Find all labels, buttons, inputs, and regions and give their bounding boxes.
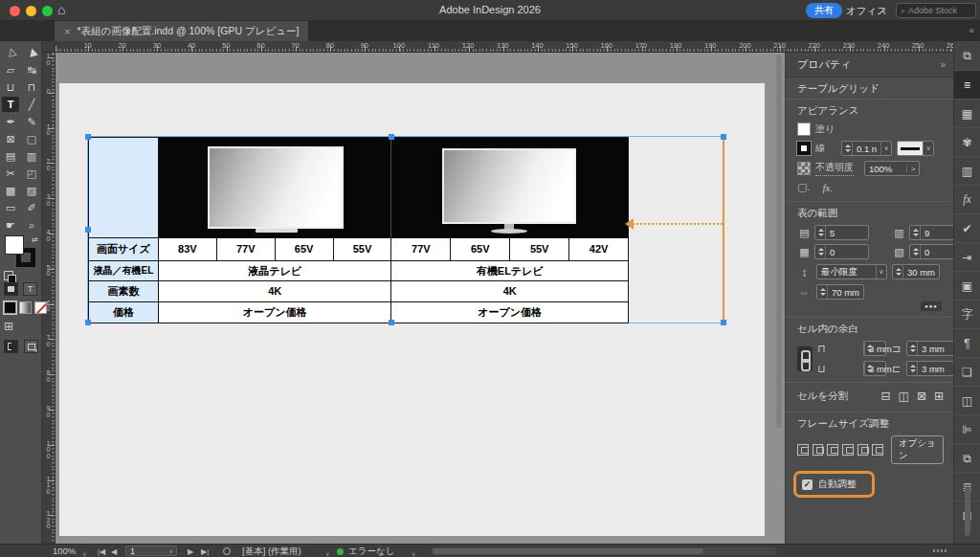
row-header-cell[interactable]: 液晶／有機EL: [89, 261, 159, 281]
pen-tool[interactable]: ✒: [2, 114, 19, 129]
column-width-value[interactable]: 70 mm: [828, 287, 863, 298]
duplicate-panel-icon[interactable]: ⧉: [954, 443, 980, 472]
collapse-dock-icon[interactable]: «: [969, 25, 974, 35]
horizontal-grid-tool[interactable]: ▤: [2, 148, 19, 164]
chevron-down-icon[interactable]: ∨: [169, 547, 176, 554]
gradient-feather-tool[interactable]: ▨: [23, 183, 40, 198]
fill-swatch[interactable]: [5, 235, 24, 255]
zoom-tool[interactable]: ⌕: [23, 217, 40, 233]
stepper-icon[interactable]: [864, 362, 865, 375]
stepper-icon[interactable]: [864, 342, 865, 355]
stepper-icon[interactable]: [815, 245, 826, 258]
table-cell[interactable]: オープン価格: [391, 302, 629, 323]
table-cell-image-lcd[interactable]: [159, 138, 392, 238]
swap-fill-stroke-icon[interactable]: ⇄: [32, 235, 38, 244]
align-panel-icon[interactable]: ⊫: [954, 414, 980, 443]
previous-page-button[interactable]: ◀: [111, 546, 117, 557]
right-inset-field[interactable]: 3 mm: [906, 341, 956, 356]
fitting-options-button[interactable]: オプション: [891, 435, 944, 464]
cell-view-icon[interactable]: ⊞: [4, 320, 13, 333]
close-tab-icon[interactable]: ×: [64, 26, 70, 37]
autofit-checkbox[interactable]: ✓: [802, 479, 813, 490]
row-height-field[interactable]: 30 mm: [892, 264, 940, 279]
preflight-panel-icon[interactable]: ✔: [954, 213, 980, 242]
selection-handle[interactable]: [85, 134, 91, 140]
rows-count-value[interactable]: 5: [826, 228, 838, 238]
selection-handle[interactable]: [721, 320, 726, 325]
vertical-grid-tool[interactable]: ▥: [23, 148, 40, 164]
link-insets-icon[interactable]: [797, 346, 813, 371]
selection-handle[interactable]: [389, 134, 394, 140]
next-page-button[interactable]: ▶: [188, 546, 193, 557]
center-content-icon[interactable]: [858, 444, 869, 456]
opacity-label[interactable]: 不透明度: [815, 161, 854, 176]
hand-tool[interactable]: ☛: [2, 217, 19, 233]
panel-collapse-icon[interactable]: »: [940, 59, 946, 70]
dock-scrollbar-thumb[interactable]: [965, 486, 970, 536]
stroke-weight-field[interactable]: 0.1 n ∨: [841, 141, 892, 156]
corner-options-icon[interactable]: ▢.: [797, 181, 810, 193]
apply-color-button[interactable]: [4, 301, 16, 314]
preflight-profile[interactable]: [基本] (作業用): [242, 546, 301, 557]
formatting-affects-text-button[interactable]: T: [23, 282, 37, 296]
content-collector-tool[interactable]: ⊔: [2, 79, 19, 95]
column-width-field[interactable]: 70 mm: [816, 284, 864, 300]
table-cell[interactable]: 77V: [217, 238, 276, 261]
document-tab[interactable]: × *表組の画像配置.indd @ 100% [GPU プレビュー]: [55, 21, 308, 41]
table-cell[interactable]: 65V: [276, 238, 334, 261]
last-page-button[interactable]: ▶|: [201, 546, 209, 557]
fit-frame-to-content-icon[interactable]: [813, 444, 824, 456]
eyedropper-tool[interactable]: ✐: [23, 200, 40, 215]
split-column-icon[interactable]: ◫: [899, 390, 909, 403]
fit-content-proportionally-icon[interactable]: [827, 444, 838, 456]
right-inset-value[interactable]: 3 mm: [918, 344, 948, 354]
table-cell[interactable]: 42V: [569, 238, 629, 261]
error-status[interactable]: エラーなし: [348, 546, 394, 557]
fill-color-swatch[interactable]: [797, 123, 811, 136]
stroke-color-swatch[interactable]: [797, 142, 811, 155]
pencil-tool[interactable]: ✎: [23, 114, 40, 129]
fill-frame-proportionally-icon[interactable]: [842, 444, 854, 456]
panel-resize-grip[interactable]: [933, 549, 947, 552]
stepper-icon[interactable]: [893, 265, 903, 278]
left-inset-field[interactable]: 3 mm: [906, 361, 956, 376]
horizontal-ruler[interactable]: 1020304050607080901001101201301401501601…: [56, 41, 953, 53]
scissors-tool[interactable]: ✂: [2, 166, 19, 181]
rows-count-field[interactable]: 5: [814, 225, 869, 240]
effects-icon[interactable]: fx.: [822, 182, 833, 193]
gap-tool[interactable]: ↹: [23, 62, 40, 78]
canvas-vertical-scrollbar[interactable]: [776, 55, 782, 428]
unmerge-cells-icon[interactable]: ⊠: [917, 390, 926, 403]
pages-panel-icon[interactable]: ⧉: [954, 41, 980, 70]
page-number-field[interactable]: ∨: [125, 546, 177, 556]
table-cell-selected[interactable]: [89, 138, 159, 238]
chevron-down-icon[interactable]: ∨: [880, 142, 891, 155]
stepper-icon[interactable]: [910, 226, 921, 239]
gradient-panel-icon[interactable]: ▥: [954, 156, 980, 185]
merge-cells-icon[interactable]: ⊞: [934, 390, 944, 403]
left-inset-value[interactable]: 3 mm: [918, 364, 948, 374]
table-cell-image-oled[interactable]: [391, 138, 629, 238]
stepper-icon[interactable]: [907, 342, 918, 355]
row-header-cell[interactable]: 画面サイズ: [89, 238, 159, 261]
table-cell[interactable]: 液晶テレビ: [159, 261, 392, 281]
spread-panel-icon[interactable]: ◫: [954, 386, 980, 414]
chevron-down-icon[interactable]: ∨: [923, 142, 933, 155]
links-panel-icon[interactable]: ⇥: [954, 242, 980, 271]
stepper-icon[interactable]: [842, 142, 853, 155]
table-cell[interactable]: 65V: [451, 238, 510, 261]
table-cell[interactable]: 55V: [510, 238, 569, 261]
top-inset-field[interactable]: 3 mm: [863, 341, 886, 356]
page-number-input[interactable]: [126, 546, 159, 556]
preflight-icon[interactable]: [223, 547, 231, 555]
table-cell[interactable]: 77V: [391, 238, 451, 261]
table-cell[interactable]: 有機ELテレビ: [391, 261, 629, 281]
direct-selection-tool[interactable]: ▷: [2, 45, 19, 60]
apply-gradient-button[interactable]: [19, 301, 32, 314]
selection-handle[interactable]: [85, 227, 91, 233]
horizontal-scrollbar-thumb[interactable]: [433, 548, 703, 554]
opacity-field[interactable]: 100% >: [864, 161, 920, 176]
split-row-icon[interactable]: ⊟: [880, 390, 890, 403]
note-tool[interactable]: ▭: [2, 200, 19, 215]
swatches-panel-icon[interactable]: ▦: [954, 99, 980, 127]
